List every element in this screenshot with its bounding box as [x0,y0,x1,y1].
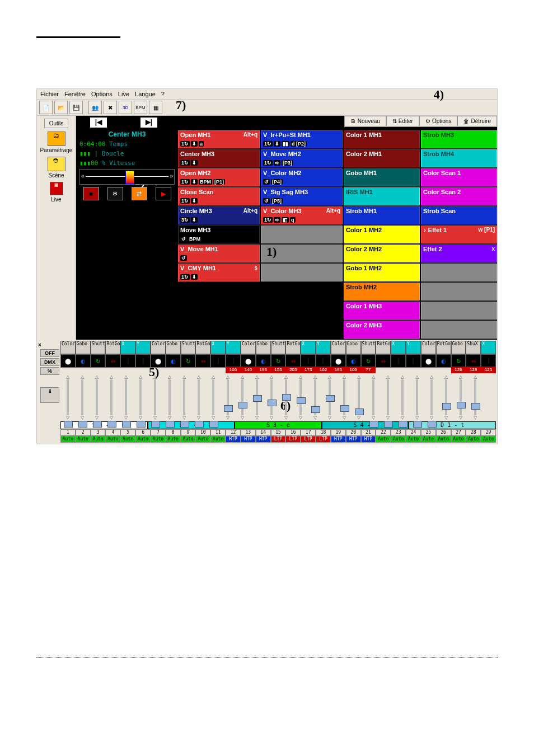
scene-button[interactable] [421,302,497,320]
scene-button[interactable]: Color 2 MH2 [344,245,420,262]
channel-type-icon[interactable]: ｜ [391,354,406,368]
channel-mode[interactable]: HTP [256,436,271,443]
delete-button[interactable]: 🗑Détruire [457,116,497,126]
bpm-icon[interactable]: BPM [134,101,147,114]
channel-mode[interactable]: Auto [421,436,436,443]
scene-button[interactable]: Move MH3↺BPM [178,226,260,243]
channel-type-icon[interactable]: ｜ [120,354,135,368]
menu-options[interactable]: Options [91,91,113,97]
channel-mode[interactable]: LTP [316,436,331,443]
zone-label[interactable]: S 3 - e [235,421,322,429]
record-button[interactable]: ■ [83,187,99,200]
channel-type-icon[interactable]: ◐ [256,354,271,368]
channel-mode[interactable]: Auto [60,436,76,443]
channel-type-icon[interactable]: ｜ [481,354,496,368]
channel-mode[interactable]: Auto [195,436,210,443]
channel-type-icon[interactable]: ↻ [361,354,376,368]
channel-fader[interactable]: △▽ [308,373,322,421]
speed-slider[interactable]: « » [79,169,175,185]
scene-button[interactable]: Gobo MH1 [344,168,420,186]
next-button[interactable]: ▶| [140,118,157,128]
speed-slider-thumb[interactable] [125,171,134,184]
channel-fader[interactable]: △▽ [424,373,439,421]
scene-button[interactable]: Color 1 MH2 [344,226,420,243]
menu-window[interactable]: Fenêtre [64,91,86,97]
zone-label[interactable]: S 4 - r [322,421,409,429]
zone-label[interactable]: S 1 - a [60,421,148,429]
channel-fader[interactable]: △▽ [468,373,483,421]
prev-button[interactable]: |◀ [90,118,107,128]
scene-button[interactable]: V_Move MH1↺ [178,245,260,262]
patch-icon[interactable]: 👥 [88,101,102,114]
menu-lang[interactable]: Langue [135,91,156,97]
scene-button[interactable]: Color 1 MH3 [344,302,420,320]
channel-fader[interactable]: △▽ [162,373,177,421]
channel-fader[interactable]: △▽ [119,373,133,421]
live-icon[interactable]: ▦ [50,182,63,195]
channel-fader[interactable]: △▽ [352,373,366,421]
scene-button[interactable]: Center MH31↻⬇ [178,149,260,167]
menu-live[interactable]: Live [118,91,129,97]
scene-button[interactable] [421,264,497,281]
menu-file[interactable]: Fichier [40,91,59,97]
channel-type-icon[interactable]: ⇔ [376,354,391,368]
channel-mode[interactable]: HTP [361,436,376,443]
channel-type-icon[interactable]: ◐ [166,354,181,368]
channel-type-icon[interactable]: ⇔ [466,354,481,368]
channel-fader[interactable]: △▽ [191,373,206,421]
channel-type-icon[interactable]: ｜ [301,354,316,368]
fx-icon[interactable]: ✖ [104,101,117,114]
channel-type-icon[interactable]: ◐ [76,354,91,368]
scene-button[interactable]: Strob MH4 [421,149,497,167]
scene-button[interactable]: Color Scan 1 [421,168,497,186]
scene-button[interactable]: V_Sig Sag MH3↺[P5] [261,187,343,205]
channel-mode[interactable]: LTP [271,436,286,443]
scene-button[interactable] [261,264,343,281]
swap-button[interactable]: ⇄ [132,187,147,200]
channel-fader[interactable]: △▽ [221,373,235,421]
menu-help[interactable]: ? [161,91,165,97]
channel-mode[interactable]: HTP [226,436,241,443]
channel-mode[interactable]: Auto [466,436,481,443]
channel-mode[interactable]: Auto [391,436,406,443]
freeze-button[interactable]: ❄ [107,187,123,200]
channel-mode[interactable]: Auto [481,436,496,443]
channel-mode[interactable]: Auto [376,436,391,443]
channel-type-icon[interactable]: ⬤ [331,354,346,368]
channel-fader[interactable]: △▽ [279,373,293,421]
channel-fader[interactable]: △▽ [453,373,468,421]
channel-type-icon[interactable]: ↻ [181,354,196,368]
scene-button[interactable]: Open MH21↻⬇BPM[P1] [178,168,260,186]
edit-button[interactable]: ⇅Editer [386,116,419,126]
channel-fader[interactable]: △▽ [410,373,424,421]
scene-button[interactable]: Strob MH1 [344,206,420,224]
scene-button[interactable]: V_Color MH3Alt+q1↻➪◧q [261,206,343,224]
percent-button[interactable]: % [40,367,59,375]
close-channels-icon[interactable]: × [37,342,59,348]
channel-fader[interactable]: △▽ [75,373,90,421]
scene-button[interactable]: V_Move MH21↻➪[P3] [261,149,343,167]
new-file-icon[interactable]: 📄 [39,101,53,114]
scene-button[interactable]: Strob MH2 [344,283,420,300]
channel-mode[interactable]: Auto [436,436,451,443]
scene-button[interactable]: Color 2 MH1 [344,149,420,167]
channel-fader[interactable]: △▽ [250,373,264,421]
channel-mode[interactable]: HTP [346,436,361,443]
channel-type-icon[interactable]: ↻ [271,354,286,368]
channel-type-icon[interactable]: ⬤ [241,354,256,368]
channel-fader[interactable]: △▽ [60,373,75,421]
save-file-icon[interactable]: 💾 [69,101,83,114]
channel-type-icon[interactable]: ⇔ [105,354,120,368]
scene-button[interactable]: Open MH1Alt+q1↻⬇ a [178,130,260,148]
off-button[interactable]: OFF [40,349,59,357]
channel-fader[interactable]: △▽ [381,373,395,421]
channel-fader[interactable]: △▽ [264,373,279,421]
channel-type-icon[interactable]: ◐ [346,354,361,368]
scene-button[interactable]: Color 2 MH3 [344,321,420,339]
channel-mode[interactable]: Auto [105,436,120,443]
channel-fader[interactable]: △▽ [148,373,162,421]
channel-mode[interactable]: HTP [331,436,346,443]
channel-type-icon[interactable]: ↻ [451,354,466,368]
channel-mode[interactable]: Auto [166,436,181,443]
channel-mode[interactable]: Auto [181,436,196,443]
